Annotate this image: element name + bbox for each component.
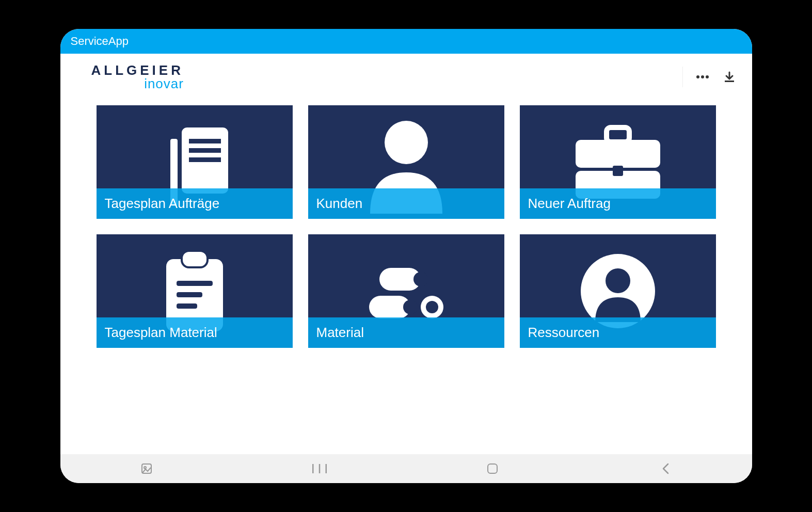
svg-rect-33: [488, 464, 497, 473]
svg-point-0: [696, 75, 699, 78]
svg-rect-17: [177, 281, 213, 286]
svg-rect-6: [189, 148, 221, 153]
logo-bottom-text: inovar: [144, 77, 184, 90]
title-bar: ServiceApp: [60, 29, 752, 54]
system-nav-bar: [60, 454, 752, 483]
svg-point-23: [403, 300, 418, 314]
svg-rect-10: [607, 127, 629, 142]
tile-label: Kunden: [308, 188, 504, 219]
tile-kunden[interactable]: Kunden: [308, 105, 504, 219]
header-actions: [682, 67, 737, 87]
logo-top-text: ALLGEIER: [91, 63, 184, 77]
svg-rect-19: [177, 303, 197, 309]
logo: ALLGEIER inovar: [91, 63, 184, 90]
svg-rect-32: [326, 464, 327, 473]
svg-rect-18: [177, 292, 202, 297]
nav-screenshot-button[interactable]: [136, 458, 157, 479]
tile-label: Ressourcen: [520, 317, 716, 348]
app-window: ServiceApp ALLGEIER inovar: [60, 29, 752, 483]
back-icon: [662, 463, 669, 474]
svg-point-1: [701, 75, 704, 78]
tile-neuer-auftrag[interactable]: Neuer Auftrag: [520, 105, 716, 219]
screenshot-icon: [140, 462, 153, 475]
svg-rect-13: [613, 166, 623, 176]
svg-point-2: [706, 75, 709, 78]
tile-label: Tagesplan Material: [97, 317, 293, 348]
tile-tagesplan-auftraege[interactable]: Tagesplan Aufträge: [97, 105, 293, 219]
tile-label: Material: [308, 317, 504, 348]
download-icon: [723, 71, 736, 83]
svg-rect-5: [189, 139, 221, 143]
home-icon: [487, 463, 498, 474]
nav-home-button[interactable]: [482, 458, 503, 479]
tile-material[interactable]: Material: [308, 234, 504, 348]
svg-rect-30: [312, 464, 314, 473]
tile-label: Neuer Auftrag: [520, 188, 716, 219]
download-button[interactable]: [722, 70, 737, 84]
svg-point-9: [385, 121, 428, 164]
app-header: ALLGEIER inovar: [60, 54, 752, 100]
svg-rect-3: [725, 81, 734, 82]
more-icon: [696, 75, 709, 79]
svg-point-21: [413, 272, 428, 286]
tile-grid: Tagesplan Aufträge Kunden: [97, 105, 716, 348]
svg-point-29: [144, 467, 146, 469]
nav-recents-button[interactable]: [309, 458, 330, 479]
recents-icon: [312, 464, 327, 473]
nav-back-button[interactable]: [655, 458, 676, 479]
svg-point-27: [606, 268, 630, 293]
divider: [682, 67, 683, 87]
svg-rect-7: [189, 157, 221, 162]
app-title: ServiceApp: [71, 35, 129, 48]
content-area: Tagesplan Aufträge Kunden: [60, 100, 752, 454]
svg-point-25: [426, 301, 438, 313]
svg-rect-15: [182, 251, 208, 267]
svg-rect-31: [319, 464, 321, 473]
svg-rect-11: [576, 140, 660, 168]
tile-tagesplan-material[interactable]: Tagesplan Material: [97, 234, 293, 348]
more-button[interactable]: [695, 70, 710, 84]
tile-ressourcen[interactable]: Ressourcen: [520, 234, 716, 348]
tile-label: Tagesplan Aufträge: [97, 188, 293, 219]
